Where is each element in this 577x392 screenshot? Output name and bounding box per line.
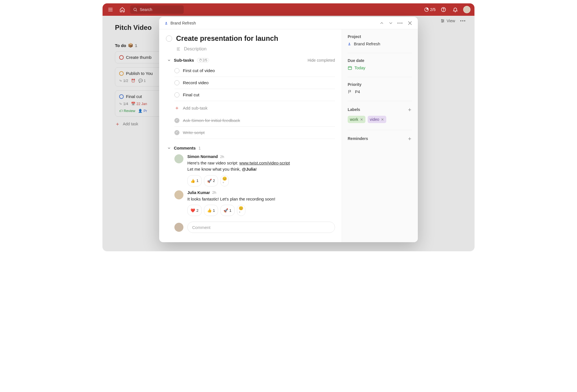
comment-time: 2h	[220, 155, 224, 159]
subtask-text: First cut of video	[183, 68, 215, 73]
svg-point-7	[443, 11, 444, 11]
collapse-subtasks-button[interactable]	[167, 58, 171, 62]
subtask-checkbox[interactable]	[174, 80, 179, 85]
flag-icon	[348, 90, 352, 94]
breadcrumb-label: Brand Refresh	[170, 21, 196, 25]
subtask-checkbox[interactable]	[174, 68, 179, 73]
search-icon	[133, 7, 137, 12]
home-icon[interactable]	[118, 6, 126, 14]
comment-author: Julia Kumar	[187, 190, 210, 195]
due-date-value[interactable]: Today	[348, 66, 412, 70]
label-chip[interactable]: work✕	[348, 116, 365, 123]
svg-point-14	[166, 22, 167, 23]
project-value[interactable]: Brand Refresh	[348, 42, 412, 46]
pie-icon	[199, 59, 202, 62]
comment-time: 2h	[212, 190, 216, 195]
comment-text: It looks fantastic! Let's plan the recor…	[187, 196, 335, 202]
comment-author: Simon Normand	[187, 154, 218, 159]
hide-completed-button[interactable]: Hide completed	[308, 58, 335, 63]
mention[interactable]: @Julia	[242, 167, 256, 172]
description-icon	[176, 47, 181, 51]
bell-icon[interactable]	[451, 6, 459, 14]
labels-label: Labels	[348, 107, 360, 112]
prev-task-button[interactable]	[379, 21, 384, 26]
add-reaction-button[interactable]: 😊⁺	[220, 175, 229, 186]
svg-rect-22	[348, 66, 352, 70]
reaction[interactable]: ❤️2	[187, 205, 202, 216]
subtask-text: Ask Simon for initial feedback	[183, 118, 240, 123]
comments-count: 1	[199, 146, 201, 150]
subtask-item[interactable]: Write script	[174, 127, 335, 139]
comment-avatar	[174, 190, 183, 199]
complete-checkbox[interactable]	[166, 35, 172, 42]
help-icon[interactable]	[440, 6, 447, 14]
comment-link[interactable]: www.twist.com/video-script	[239, 161, 290, 165]
subtask-text: Record video	[183, 80, 208, 85]
reminders-label: Reminders	[348, 136, 368, 141]
svg-line-4	[136, 10, 137, 11]
subtask-item[interactable]: Ask Simon for initial feedback	[174, 115, 335, 127]
task-title[interactable]: Create presentation for launch	[176, 34, 278, 43]
priority-value[interactable]: P4	[348, 90, 412, 94]
comment-avatar	[174, 154, 183, 163]
reaction[interactable]: 🚀2	[204, 175, 218, 186]
subtask-item[interactable]: Final cut	[174, 89, 335, 101]
add-subtask-button[interactable]: ＋Add sub-task	[174, 101, 335, 115]
subtask-item[interactable]: Record video	[174, 77, 335, 89]
plus-icon: ＋	[174, 104, 179, 111]
add-label-button[interactable]: ＋	[407, 106, 412, 113]
progress-icon	[424, 7, 429, 12]
person-icon	[348, 42, 351, 46]
comment-text: Here's the raw video script: www.twist.c…	[187, 160, 335, 172]
breadcrumb[interactable]: Brand Refresh	[164, 21, 196, 25]
menu-icon[interactable]	[106, 6, 114, 14]
progress-indicator[interactable]: 2/5	[424, 7, 436, 12]
close-button[interactable]	[407, 20, 413, 26]
search-input[interactable]	[140, 7, 174, 12]
subtask-text: Final cut	[183, 92, 199, 97]
comments-heading: Comments	[174, 146, 196, 150]
subtask-item[interactable]: First cut of video	[174, 65, 335, 77]
subtask-checkbox[interactable]	[174, 92, 179, 97]
next-task-button[interactable]	[388, 21, 393, 26]
project-label: Project	[348, 34, 412, 39]
progress-text: 2/5	[430, 7, 436, 12]
description-field[interactable]: Description	[176, 46, 335, 52]
svg-point-3	[134, 8, 136, 11]
search-box[interactable]	[130, 5, 184, 14]
reaction[interactable]: 🚀1	[220, 205, 235, 216]
user-avatar[interactable]	[463, 6, 471, 13]
add-reminder-button[interactable]: ＋	[407, 135, 412, 142]
more-options-button[interactable]: •••	[397, 21, 403, 25]
task-detail-modal: Brand Refresh ••• Create presentation fo…	[159, 17, 418, 242]
comment-item: Julia Kumar 2h It looks fantastic! Let's…	[174, 190, 335, 216]
subtask-progress: 2/5	[197, 58, 209, 63]
due-date-label: Due date	[348, 58, 412, 63]
self-avatar	[174, 223, 183, 232]
reaction[interactable]: 👍1	[187, 175, 202, 186]
reaction[interactable]: 👍1	[204, 205, 218, 216]
subtask-text: Write script	[183, 130, 205, 135]
remove-label-icon[interactable]: ✕	[381, 117, 384, 122]
add-reaction-button[interactable]: 😊⁺	[237, 205, 245, 216]
comment-input[interactable]	[187, 222, 335, 233]
topbar: 2/5	[103, 3, 474, 16]
subtask-checkbox[interactable]	[174, 118, 179, 123]
comment-item: Simon Normand 2h Here's the raw video sc…	[174, 154, 335, 186]
priority-label: Priority	[348, 82, 412, 87]
remove-label-icon[interactable]: ✕	[360, 117, 363, 122]
collapse-comments-button[interactable]	[167, 146, 171, 150]
person-icon	[164, 21, 168, 25]
svg-point-21	[349, 43, 350, 44]
calendar-icon	[348, 66, 352, 70]
label-chip[interactable]: video✕	[368, 116, 386, 123]
subtask-checkbox[interactable]	[174, 130, 179, 135]
subtasks-heading: Sub-tasks	[174, 58, 194, 63]
